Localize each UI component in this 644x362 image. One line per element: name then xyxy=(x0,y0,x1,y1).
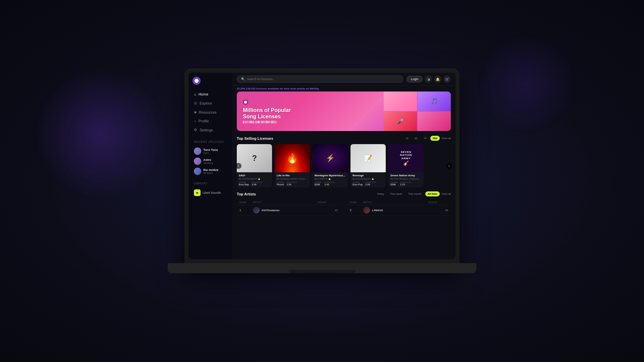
recent-artist-2: BTWilec xyxy=(203,172,218,175)
avatar-lxngvx xyxy=(363,207,370,214)
filter-1h[interactable]: 1h xyxy=(403,136,411,141)
verified-badge-2 xyxy=(329,178,330,180)
hero-image-1 xyxy=(384,92,417,111)
recent-name-2: the motive xyxy=(203,168,218,172)
genre-item-4: Genre EDM xyxy=(390,181,397,186)
avatar-xxxtentacion xyxy=(253,207,260,214)
cart-button[interactable]: 🛒 xyxy=(443,75,451,83)
col-songs-r: Songs xyxy=(428,201,448,203)
sidebar-item-resources[interactable]: ◈ Resources xyxy=(191,108,229,116)
duration-item-1: Duration 1:34 xyxy=(286,181,297,186)
recent-item-tuca-tuca[interactable]: Tuca Tuca Fyex xyxy=(191,146,229,156)
verified-badge-3 xyxy=(372,178,374,180)
artists-table-left: Rank Artist Songs 1 XXXTentacion xyxy=(237,200,340,216)
duration-value-4: 2:15 xyxy=(400,183,411,186)
sidebar: ⌂ Home ◎ Explore ◈ Resources ○ Profile xyxy=(189,73,232,259)
notifications-button[interactable]: 🔔 xyxy=(434,75,441,83)
song-info-revenge: Revenge By XXXTentacion Genre xyxy=(351,172,386,187)
sidebar-item-settings[interactable]: ⚙ Settings xyxy=(191,126,229,134)
laptop-hinge xyxy=(288,270,356,273)
artists-filter-tabs: Today This week This month All time xyxy=(375,191,440,196)
hero-title-line2: Song Licenses xyxy=(243,114,281,119)
liked-sounds-label: Liked Sounds xyxy=(203,191,221,194)
song-info-montagem: Montagem Mysterious... By LXNGVX Genre xyxy=(313,172,348,187)
song-cover-life: 🔥 xyxy=(275,144,310,172)
top-selling-view-all[interactable]: View all xyxy=(442,137,451,140)
song-title-2: Montagem Mysterious... xyxy=(315,174,346,177)
explore-icon: ◎ xyxy=(194,101,197,105)
hero-text-area: Millions of Popular Song Licenses ▌▍▌▍▎▌… xyxy=(237,95,384,128)
liked-sounds-item[interactable]: ♥ Liked Sounds xyxy=(191,188,229,198)
hero-images: 🎵 🎤 xyxy=(384,92,451,131)
table-header-right: Rank Artist Songs xyxy=(347,200,451,205)
genre-item-2: Genre EDM xyxy=(315,181,322,186)
song-title-4: Seven Nation Army xyxy=(390,174,422,177)
artists-table: Rank Artist Songs 1 XXXTentacion xyxy=(237,200,451,216)
artists-filter-month[interactable]: This month xyxy=(406,191,424,196)
carousel-next-button[interactable]: › xyxy=(446,163,452,169)
licenses-number: 31,294,135,032 xyxy=(237,87,256,90)
song-card-revenge[interactable]: 📝 Revenge By XXXTentacion xyxy=(351,144,386,187)
sidebar-label-resources: Resources xyxy=(199,110,217,114)
artist-row-0[interactable]: 1 XXXTentacion 45 xyxy=(237,205,340,216)
artist-songs-1: 45 xyxy=(428,209,448,212)
library-title: Library xyxy=(191,182,229,185)
carousel-prev-button[interactable]: ‹ xyxy=(235,163,241,169)
filter-6h[interactable]: 6h xyxy=(412,136,420,141)
library-section: Library ♥ Liked Sounds xyxy=(191,182,229,198)
recent-info-the-motive: the motive BTWilec xyxy=(203,168,218,175)
recent-artist-1: Slowboy xyxy=(203,162,213,165)
top-selling-title: Top Selling Licenses xyxy=(237,136,273,140)
recent-info-astro: Astro Slowboy xyxy=(203,158,213,165)
hero-logo xyxy=(243,100,248,105)
song-card-seven-nation-army[interactable]: SEVENNATIONARMY 🎸 Seven Nation Army By T… xyxy=(388,144,424,187)
theme-toggle-button[interactable]: ◑ xyxy=(425,75,432,83)
song-card-life-in-rio[interactable]: 🔥 Life in Rio By Slowboy, NUEKI, Crazy M… xyxy=(275,144,310,187)
song-cover-seven: SEVENNATIONARMY 🎸 xyxy=(388,144,424,172)
artists-view-all[interactable]: View all xyxy=(442,192,451,195)
recent-name-0: Tuca Tuca xyxy=(203,148,218,152)
sidebar-item-explore[interactable]: ◎ Explore xyxy=(191,99,229,107)
recent-item-the-motive[interactable]: the motive BTWilec xyxy=(191,166,229,176)
filter-7d[interactable]: 7d xyxy=(421,136,429,141)
recent-name-1: Astro xyxy=(203,158,213,162)
songs-carousel-wrapper: ‹ ? SAD! B xyxy=(237,144,451,187)
col-artist-r: Artist xyxy=(363,201,428,203)
genre-value-3: Emo Pop xyxy=(353,183,363,186)
heart-icon: ♥ xyxy=(194,189,201,196)
artist-row-1[interactable]: 5 LXNGVX 45 xyxy=(347,205,451,216)
home-icon: ⌂ xyxy=(194,92,196,96)
search-icon: 🔍 xyxy=(241,77,245,81)
artists-filter-today[interactable]: Today xyxy=(375,191,386,196)
avatar-the-motive xyxy=(194,168,201,175)
artists-filter-week[interactable]: This week xyxy=(388,191,405,196)
song-artist-4: By The Filthguys, Polina Grace xyxy=(390,178,422,180)
sidebar-label-home: Home xyxy=(199,92,208,96)
search-input[interactable] xyxy=(247,77,399,81)
hero-image-4 xyxy=(418,112,451,131)
login-button[interactable]: Login xyxy=(407,76,423,82)
artist-name-0: XXXTentacion xyxy=(262,209,279,212)
genre-item-3: Genre Emo Pop xyxy=(353,181,363,186)
sidebar-label-explore: Explore xyxy=(200,101,212,105)
search-bar[interactable]: 🔍 xyxy=(237,75,403,83)
song-card-sad[interactable]: ? SAD! By XXXTentacion xyxy=(237,144,272,187)
recent-item-astro[interactable]: Astro Slowboy xyxy=(191,156,229,166)
filter-30d[interactable]: 30d xyxy=(430,136,440,141)
duration-value-2: 1:43 xyxy=(324,183,335,186)
sidebar-item-home[interactable]: ⌂ Home xyxy=(191,90,229,98)
artists-filter-all[interactable]: All time xyxy=(425,191,440,196)
song-meta-3: Genre Emo Pop Duration 2:00 xyxy=(353,181,384,186)
duration-value-3: 2:00 xyxy=(365,183,376,186)
sidebar-item-profile[interactable]: ○ Profile xyxy=(191,117,229,125)
artist-rank-0: 1 xyxy=(239,208,253,212)
soundwave: ▌▍▌▍▎▌▊▌▌▎▍▌▊▌▎▌▌▍▌▊▌▌▎▌▊▌▍▌ xyxy=(243,121,378,123)
recent-uploads-title: Recent Uploads xyxy=(191,140,229,143)
song-title-1: Life in Rio xyxy=(277,174,308,177)
genre-value-0: Emo Rap xyxy=(239,183,249,186)
artist-songs-0: 45 xyxy=(318,209,338,212)
genre-item-1: Genre Phonk xyxy=(277,181,284,186)
avatar-tuca-tuca xyxy=(194,147,201,155)
col-songs: Songs xyxy=(318,201,338,203)
song-card-montagem[interactable]: ⚡ Montagem Mysterious... By LXNGVX xyxy=(313,144,348,187)
